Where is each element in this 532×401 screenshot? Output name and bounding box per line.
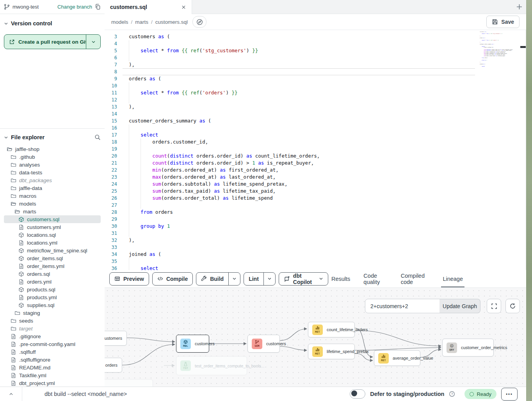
- file-tree-item-staging[interactable]: staging: [4, 309, 101, 317]
- code-line-17[interactable]: 17 select: [105, 131, 526, 138]
- file-tree-item-analyses[interactable]: analyses: [4, 161, 101, 169]
- code-line-8[interactable]: 8: [105, 68, 526, 75]
- file-explorer-header[interactable]: File explorer: [4, 133, 105, 142]
- code-line-20[interactable]: 20 count(distinct orders.order_id) as co…: [105, 153, 526, 160]
- file-tree-item-seeds[interactable]: seeds: [4, 317, 101, 325]
- code-line-31[interactable]: 31: [105, 230, 526, 237]
- collapse-panel-button[interactable]: [0, 387, 22, 401]
- save-button[interactable]: Save: [486, 16, 520, 28]
- file-tree-item-customers.sql[interactable]: customers.sql: [4, 215, 101, 223]
- build-button[interactable]: Build: [196, 272, 240, 286]
- new-tab-plus-icon[interactable]: [516, 3, 523, 11]
- file-tree-item-.gitignore[interactable]: .gitignore: [4, 332, 101, 340]
- file-tree-item-jaffle-shop[interactable]: jaffle-shop: [4, 145, 101, 153]
- file-tree-item-order_items.yml[interactable]: order_items.yml: [4, 262, 101, 270]
- file-tree-item-metricflow_time_spine.sql[interactable]: metricflow_time_spine.sql: [4, 247, 101, 254]
- create-pr-main[interactable]: Create a pull request on Git...: [4, 35, 86, 49]
- file-tree-item-supplies.sql[interactable]: supplies.sql: [4, 301, 101, 309]
- lint-dropdown[interactable]: [263, 273, 275, 285]
- lineage-node-lifetime-spend-pretax[interactable]: METlifetime_spend_pretax: [308, 344, 355, 359]
- file-tree-item-.github[interactable]: .github: [4, 153, 101, 161]
- code-line-32[interactable]: 32),: [105, 237, 526, 244]
- file-tree-item-dbt_project.yml[interactable]: dbt_project.yml: [4, 379, 101, 387]
- code-line-13[interactable]: 13),: [105, 103, 526, 110]
- code-line-4[interactable]: 4: [105, 40, 526, 47]
- code-line-16[interactable]: 16: [105, 124, 526, 131]
- file-tree-item-data-tests[interactable]: data-tests: [4, 169, 101, 176]
- code-line-36[interactable]: 36 select: [105, 265, 526, 270]
- code-editor[interactable]: 3customers as (45 select * from {{ ref('…: [105, 30, 526, 270]
- breadcrumb-marts[interactable]: marts: [135, 19, 148, 25]
- dbt-copilot-button[interactable]: dbt Copilot: [279, 272, 328, 286]
- file-tree-item-models[interactable]: models: [4, 200, 101, 208]
- defer-toggle[interactable]: [350, 389, 365, 399]
- code-line-19[interactable]: 19: [105, 145, 526, 153]
- lineage-node-average-order-value[interactable]: METaverage_order_value: [374, 350, 420, 366]
- fullscreen-button[interactable]: [487, 299, 501, 313]
- code-line-33[interactable]: 33: [105, 244, 526, 251]
- file-tree-item-dbt_packages[interactable]: dbt_packages: [4, 176, 101, 184]
- search-icon[interactable]: [94, 134, 101, 140]
- breadcrumb-models[interactable]: models: [111, 19, 128, 25]
- code-line-14[interactable]: 14: [105, 110, 526, 117]
- scrollbar-thumb[interactable]: [520, 46, 526, 48]
- update-graph-button[interactable]: Update Graph: [439, 299, 480, 313]
- code-line-3[interactable]: 3customers as (: [105, 33, 526, 40]
- file-tree-item-marts[interactable]: marts: [4, 208, 101, 215]
- file-tree-item-orders.yml[interactable]: orders.yml: [4, 278, 101, 286]
- build-dropdown[interactable]: [228, 273, 240, 285]
- copy-icon[interactable]: [95, 4, 101, 10]
- compile-button[interactable]: Compile: [152, 272, 193, 286]
- change-branch-link[interactable]: Change branch: [57, 4, 92, 10]
- tab-results[interactable]: Results: [331, 270, 350, 287]
- file-tree-item-order_items.sql[interactable]: order_items.sql: [4, 254, 101, 262]
- lineage-canvas[interactable]: stg_customersordersMDLcustomersTSTtest_o…: [105, 288, 526, 387]
- code-line-11[interactable]: 11 select * from {{ ref('orders') }}: [105, 89, 526, 96]
- lineage-node-count-lifetime-orders[interactable]: METcount_lifetime_orders: [308, 322, 355, 337]
- code-line-5[interactable]: 5 select * from {{ ref('stg_customers') …: [105, 47, 526, 54]
- file-tree-item-products.sql[interactable]: products.sql: [4, 286, 101, 293]
- lineage-node-stg_customers[interactable]: stg_customers: [105, 331, 127, 346]
- file-tree-item-Taskfile.yml[interactable]: Taskfile.yml: [4, 371, 101, 379]
- file-tree-item-macros[interactable]: macros: [4, 192, 101, 200]
- file-tree-item-.pre-commit-config.yaml[interactable]: .pre-commit-config.yaml: [4, 340, 101, 348]
- lineage-node-customers-model[interactable]: MDLcustomers: [176, 335, 209, 353]
- code-line-18[interactable]: 18 orders.customer_id,: [105, 138, 526, 145]
- tab-compiled-code[interactable]: Compiled code: [401, 270, 430, 287]
- help-icon[interactable]: ?: [449, 391, 455, 397]
- lineage-node-test-order-items[interactable]: TSTtest_order_items_compute_to_bools...: [176, 356, 247, 375]
- file-tree-item-.sqlfluff[interactable]: .sqlfluff: [4, 348, 101, 356]
- code-line-12[interactable]: 12: [105, 96, 526, 103]
- file-tree-item-jaffle-data[interactable]: jaffle-data: [4, 184, 101, 192]
- code-line-27[interactable]: 27: [105, 202, 526, 209]
- file-tree-item-locations.yml[interactable]: locations.yml: [4, 239, 101, 247]
- code-line-26[interactable]: 26 sum(orders.order_total) as lifetime_s…: [105, 195, 526, 202]
- code-line-21[interactable]: 21 count(distinct orders.order_id) > 1 a…: [105, 160, 526, 167]
- code-line-15[interactable]: 15customer_orders_summary as (: [105, 117, 526, 124]
- code-line-25[interactable]: 25 sum(orders.tax_paid) as lifetime_tax_…: [105, 188, 526, 195]
- minimap[interactable]: customers as ( select * from {{ ref('stg…: [480, 32, 516, 67]
- code-line-29[interactable]: 29: [105, 216, 526, 223]
- code-line-23[interactable]: 23 max(orders.ordered_at) as last_ordere…: [105, 174, 526, 181]
- file-tree-item-target[interactable]: target: [4, 325, 101, 332]
- create-pr-dropdown[interactable]: [86, 35, 100, 49]
- code-line-6[interactable]: 6: [105, 54, 526, 61]
- code-line-35[interactable]: 35: [105, 258, 526, 265]
- code-line-28[interactable]: 28 from orders: [105, 209, 526, 216]
- lineage-node-customers-semantic[interactable]: SEMcustomers: [247, 335, 280, 353]
- file-tree-item-README.md[interactable]: README.md: [4, 364, 101, 371]
- tab-customers-sql[interactable]: customers.sql: [105, 0, 192, 14]
- tab-lineage[interactable]: Lineage: [443, 270, 463, 287]
- docs-compass-button[interactable]: [192, 16, 206, 28]
- lint-button[interactable]: Lint: [244, 272, 276, 286]
- lineage-node-customer-order-metrics[interactable]: RQRYcustomer_order_metrics: [442, 339, 494, 357]
- file-tree-item-products.yml[interactable]: products.yml: [4, 293, 101, 301]
- file-tree-item-.sqlfluffignore[interactable]: .sqlfluffignore: [4, 356, 101, 364]
- code-line-9[interactable]: 9orders as (: [105, 75, 526, 82]
- lineage-node-orders[interactable]: orders: [105, 358, 122, 373]
- refresh-button[interactable]: [505, 299, 520, 313]
- code-line-30[interactable]: 30 group by 1: [105, 223, 526, 230]
- code-line-34[interactable]: 34joined as (: [105, 251, 526, 258]
- file-tree-item-locations.sql[interactable]: locations.sql: [4, 231, 101, 239]
- code-line-24[interactable]: 24 sum(orders.subtotal) as lifetime_spen…: [105, 181, 526, 188]
